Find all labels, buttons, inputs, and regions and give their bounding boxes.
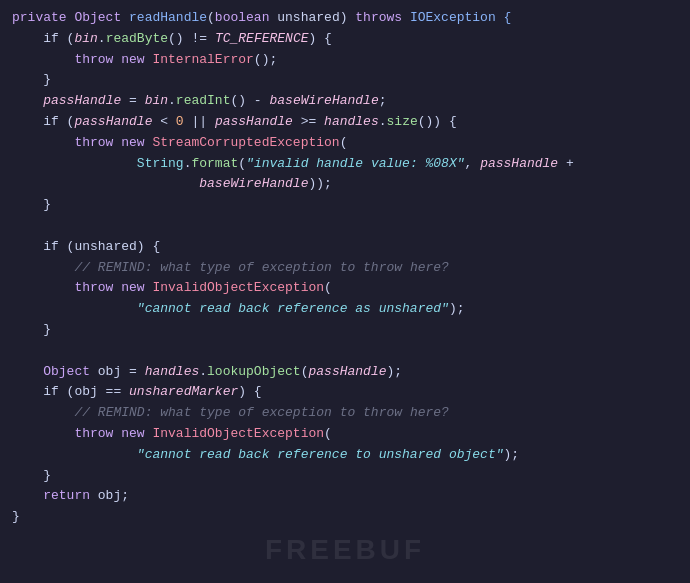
- code-token: passHandle: [480, 156, 558, 171]
- code-token: IOException {: [402, 10, 511, 25]
- code-token: readByte: [106, 31, 168, 46]
- code-line: private Object readHandle(boolean unshar…: [0, 8, 690, 29]
- code-token: ||: [184, 114, 215, 129]
- code-token: throw new: [12, 52, 152, 67]
- code-token: .: [199, 364, 207, 379]
- code-token: Object: [12, 364, 90, 379]
- code-token: bin: [145, 93, 168, 108]
- line-content: }: [12, 320, 678, 341]
- code-token: ) {: [309, 31, 332, 46]
- code-token: passHandle: [74, 114, 152, 129]
- code-token: ,: [465, 156, 481, 171]
- code-token: if (: [12, 31, 74, 46]
- line-content: return obj;: [12, 486, 678, 507]
- code-token: String: [137, 156, 184, 171]
- code-token: >=: [293, 114, 324, 129]
- line-content: private Object readHandle(boolean unshar…: [12, 8, 678, 29]
- line-content: [12, 341, 678, 362]
- code-token: passHandle: [308, 364, 386, 379]
- code-line: throw new InvalidObjectException(: [0, 278, 690, 299]
- code-token: ) {: [238, 384, 261, 399]
- code-token: ));: [308, 176, 331, 191]
- code-token: StreamCorruptedException: [152, 135, 339, 150]
- code-token: handles: [145, 364, 200, 379]
- code-line: // REMIND: what type of exception to thr…: [0, 258, 690, 279]
- code-token: .: [168, 93, 176, 108]
- code-line: "cannot read back reference as unshared"…: [0, 299, 690, 320]
- code-token: handles: [324, 114, 379, 129]
- code-line: // REMIND: what type of exception to thr…: [0, 403, 690, 424]
- code-token: (: [340, 135, 348, 150]
- code-token: if (: [12, 114, 74, 129]
- code-token: throws: [355, 10, 402, 25]
- code-token: .: [379, 114, 387, 129]
- code-token: throw new: [12, 280, 152, 295]
- code-line: }: [0, 466, 690, 487]
- code-line: passHandle = bin.readInt() - baseWireHan…: [0, 91, 690, 112]
- code-token: );: [449, 301, 465, 316]
- line-content: if (unshared) {: [12, 237, 678, 258]
- code-token: readInt: [176, 93, 231, 108]
- line-content: if (passHandle < 0 || passHandle >= hand…: [12, 112, 678, 133]
- line-content: [12, 216, 678, 237]
- line-content: String.format("invalid handle value: %08…: [12, 154, 678, 175]
- code-token: [12, 176, 199, 191]
- code-token: [12, 447, 137, 462]
- code-token: }: [12, 468, 51, 483]
- code-token: baseWireHandle: [199, 176, 308, 191]
- code-line: "cannot read back reference to unshared …: [0, 445, 690, 466]
- line-content: throw new InternalError();: [12, 50, 678, 71]
- code-token: () -: [230, 93, 269, 108]
- code-token: unsharedMarker: [129, 384, 238, 399]
- code-line: if (unshared) {: [0, 237, 690, 258]
- line-content: // REMIND: what type of exception to thr…: [12, 258, 678, 279]
- code-token: 0: [176, 114, 184, 129]
- code-token: readHandle: [129, 10, 207, 25]
- code-token: =: [121, 93, 144, 108]
- code-token: lookupObject: [207, 364, 301, 379]
- code-line: return obj;: [0, 486, 690, 507]
- code-token: +: [558, 156, 574, 171]
- line-content: passHandle = bin.readInt() - baseWireHan…: [12, 91, 678, 112]
- code-token: passHandle: [215, 114, 293, 129]
- code-token: (: [238, 156, 246, 171]
- code-token: InvalidObjectException: [152, 280, 324, 295]
- code-token: ()) {: [418, 114, 457, 129]
- code-token: ();: [254, 52, 277, 67]
- code-token: baseWireHandle: [269, 93, 378, 108]
- code-line: if (obj == unsharedMarker) {: [0, 382, 690, 403]
- watermark: FREEBUF: [265, 528, 425, 573]
- code-line: throw new StreamCorruptedException(: [0, 133, 690, 154]
- code-token: );: [387, 364, 403, 379]
- code-line: [0, 216, 690, 237]
- code-token: format: [191, 156, 238, 171]
- code-token: unshared): [269, 10, 355, 25]
- code-line: [0, 341, 690, 362]
- code-token: // REMIND: what type of exception to thr…: [74, 260, 448, 275]
- code-token: return: [12, 488, 90, 503]
- line-content: "cannot read back reference to unshared …: [12, 445, 678, 466]
- code-token: private Object: [12, 10, 129, 25]
- code-token: [12, 260, 74, 275]
- code-token: InvalidObjectException: [152, 426, 324, 441]
- line-content: if (bin.readByte() != TC_REFERENCE) {: [12, 29, 678, 50]
- code-token: () !=: [168, 31, 215, 46]
- code-token: "invalid handle value: %08X": [246, 156, 464, 171]
- code-token: throw new: [12, 135, 152, 150]
- code-editor: private Object readHandle(boolean unshar…: [0, 0, 690, 568]
- code-token: }: [12, 322, 51, 337]
- code-token: [12, 301, 137, 316]
- line-content: baseWireHandle));: [12, 174, 678, 195]
- code-line: baseWireHandle));: [0, 174, 690, 195]
- line-content: throw new StreamCorruptedException(: [12, 133, 678, 154]
- code-token: TC_REFERENCE: [215, 31, 309, 46]
- code-line: }: [0, 507, 690, 528]
- line-content: if (obj == unsharedMarker) {: [12, 382, 678, 403]
- code-token: .: [98, 31, 106, 46]
- code-line: if (bin.readByte() != TC_REFERENCE) {: [0, 29, 690, 50]
- code-token: (: [324, 280, 332, 295]
- code-line: String.format("invalid handle value: %08…: [0, 154, 690, 175]
- code-line: }: [0, 320, 690, 341]
- code-token: );: [504, 447, 520, 462]
- code-token: if (unshared) {: [12, 239, 160, 254]
